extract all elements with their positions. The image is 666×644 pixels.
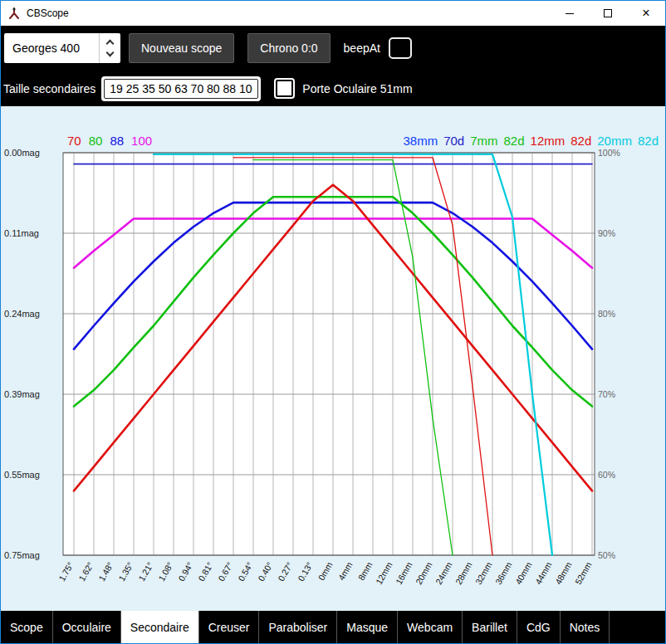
tab-paraboliser[interactable]: Paraboliser <box>259 611 337 643</box>
svg-text:0.00mag: 0.00mag <box>4 148 40 158</box>
chevron-up-icon <box>106 40 115 48</box>
app-window: CBScope × Georges 400 Nouveau scope Chro… <box>0 0 666 644</box>
svg-text:0.40°: 0.40° <box>256 560 275 583</box>
taille-secondaires-input[interactable] <box>104 79 258 99</box>
svg-text:1.35°: 1.35° <box>116 560 135 583</box>
close-icon: × <box>642 7 649 20</box>
svg-text:0.81°: 0.81° <box>196 560 215 583</box>
porte-oculaire-checkbox[interactable] <box>276 80 293 97</box>
svg-text:0.27°: 0.27° <box>276 560 295 583</box>
tab-occulaire[interactable]: Occulaire <box>53 611 121 643</box>
svg-text:36mm: 36mm <box>493 560 514 586</box>
minimize-button[interactable] <box>551 1 589 26</box>
maximize-button[interactable] <box>589 1 627 26</box>
tab-barillet[interactable]: Barillet <box>463 611 517 643</box>
svg-text:1.75°: 1.75° <box>56 560 76 583</box>
chrono-button[interactable]: Chrono 0:0 <box>247 33 330 63</box>
title-bar[interactable]: CBScope × <box>1 1 665 26</box>
svg-text:0.24mag: 0.24mag <box>4 309 40 319</box>
tab-webcam[interactable]: Webcam <box>398 611 463 643</box>
svg-text:90%: 90% <box>598 228 615 238</box>
svg-text:70%: 70% <box>598 389 615 399</box>
svg-text:80%: 80% <box>598 309 615 319</box>
window-title: CBScope <box>27 7 551 19</box>
taille-secondaires-label: Taille secondaires <box>3 82 95 95</box>
chevron-down-icon <box>106 49 115 57</box>
svg-text:52mm: 52mm <box>573 560 594 586</box>
svg-text:0mm: 0mm <box>316 560 335 582</box>
svg-text:8mm: 8mm <box>356 560 375 582</box>
close-button[interactable]: × <box>627 1 665 26</box>
svg-text:32mm: 32mm <box>473 560 494 586</box>
tab-scope[interactable]: Scope <box>1 611 53 643</box>
toolbar-secondary: Taille secondaires Porte Oculaire 51mm <box>1 71 665 106</box>
obstruction-chart: 0.00mag100%0.11mag90%0.24mag80%0.39mag70… <box>1 106 666 612</box>
svg-text:60%: 60% <box>598 470 615 480</box>
svg-text:0.54°: 0.54° <box>236 560 255 583</box>
tab-notes[interactable]: Notes <box>561 611 610 643</box>
minimize-icon <box>566 13 574 14</box>
svg-text:0.13°: 0.13° <box>296 560 315 583</box>
svg-text:50%: 50% <box>598 550 615 560</box>
svg-text:24mm: 24mm <box>433 560 454 586</box>
svg-text:16mm: 16mm <box>394 560 414 586</box>
svg-text:1.21°: 1.21° <box>136 560 155 583</box>
porte-oculaire-label: Porte Oculaire 51mm <box>302 82 412 95</box>
svg-text:48mm: 48mm <box>553 560 574 586</box>
svg-text:0.39mag: 0.39mag <box>4 389 40 399</box>
svg-text:100%: 100% <box>598 148 620 158</box>
tab-cdg[interactable]: CdG <box>517 611 561 643</box>
svg-text:40mm: 40mm <box>513 560 534 586</box>
beepat-checkbox[interactable] <box>389 37 412 59</box>
bottom-tab-bar: Scope Occulaire Secondaire Creuser Parab… <box>1 611 665 643</box>
scope-select[interactable]: Georges 400 <box>4 33 120 63</box>
svg-text:0.94°: 0.94° <box>176 560 195 583</box>
scope-select-value: Georges 400 <box>4 33 99 63</box>
svg-text:12mm: 12mm <box>374 560 394 586</box>
app-icon <box>7 7 21 20</box>
svg-text:44mm: 44mm <box>533 560 554 586</box>
chart-section: 70 80 88 100 38mm 70d 7mm 82d 12mm 82d 2… <box>1 106 665 611</box>
tab-masque[interactable]: Masque <box>337 611 398 643</box>
svg-text:0.75mag: 0.75mag <box>4 550 40 560</box>
beepat-label: beepAt <box>344 41 380 55</box>
nouveau-scope-button[interactable]: Nouveau scope <box>129 33 234 63</box>
scope-select-spinner[interactable] <box>99 33 120 63</box>
toolbar-main: Georges 400 Nouveau scope Chrono 0:0 bee… <box>1 26 665 71</box>
svg-text:0.11mag: 0.11mag <box>4 228 39 238</box>
svg-text:28mm: 28mm <box>453 560 474 586</box>
maximize-icon <box>604 9 612 17</box>
svg-text:1.08°: 1.08° <box>156 560 175 583</box>
svg-text:1.62°: 1.62° <box>76 560 95 583</box>
tab-creuser[interactable]: Creuser <box>199 611 260 643</box>
taille-secondaires-field-frame <box>101 76 261 101</box>
tab-secondaire[interactable]: Secondaire <box>121 611 199 643</box>
svg-text:0.67°: 0.67° <box>216 560 235 583</box>
svg-text:0.55mag: 0.55mag <box>4 470 40 480</box>
svg-text:20mm: 20mm <box>414 560 434 586</box>
svg-text:1.48°: 1.48° <box>96 560 115 583</box>
svg-text:4mm: 4mm <box>336 560 355 582</box>
